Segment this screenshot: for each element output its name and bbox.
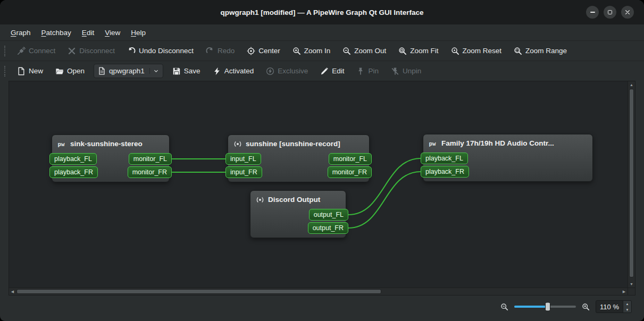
zoom-reset-button[interactable]: Zoom Reset [446,44,507,58]
graph-view-frame: pwsink-sunshine-stereoplayback_FLmonitor… [9,81,635,295]
zoom-in-button[interactable]: Zoom In [288,44,336,58]
spin-up-button[interactable]: ▲ [623,301,631,307]
zoom-fit-button[interactable]: Zoom Fit [394,44,443,58]
node-sunshine[interactable]: sunshine [sunshine-record]input_FLmonito… [228,134,370,182]
scroll-right-button[interactable]: ▶ [621,288,628,295]
zoom-slider-handle[interactable] [545,302,550,311]
app-window: qpwgraph1 [modified] — A PipeWire Graph … [0,0,644,321]
spin-down-button[interactable]: ▼ [623,307,631,312]
port-playback_FL[interactable]: playback_FL [421,153,468,164]
zoom-reset-icon [451,47,459,55]
undo-disconnect-button[interactable]: Undo Disconnect [122,44,198,58]
graph-canvas[interactable]: pwsink-sunshine-stereoplayback_FLmonitor… [9,81,628,288]
port-monitor_FR[interactable]: monitor_FR [128,166,172,178]
pipewire-icon: pw [57,140,66,148]
scroll-up-button[interactable]: ▲ [628,81,635,88]
port-monitor_FR[interactable]: monitor_FR [328,166,372,178]
toolbar-drag-handle[interactable] [4,66,7,77]
record-icon [256,196,264,204]
edit-button[interactable]: Edit [315,64,349,78]
svg-text:pw: pw [58,141,65,148]
scroll-left-icon: ◀ [11,290,14,294]
port-input_FR[interactable]: input_FR [225,166,262,178]
zoom-fit-icon [398,47,407,55]
spin-arrows: ▲ ▼ [623,301,631,312]
open-button[interactable]: Open [51,64,89,78]
port-playback_FL[interactable]: playback_FL [49,153,97,165]
port-output_FL[interactable]: output_FL [309,209,348,221]
close-icon [624,9,631,15]
node-header[interactable]: Discord Output [250,191,346,208]
node-sink-sunshine-stereo[interactable]: pwsink-sunshine-stereoplayback_FLmonitor… [52,134,170,182]
node-title: Discord Output [268,196,320,204]
port-monitor_FL[interactable]: monitor_FL [129,153,172,165]
port-output_FR[interactable]: output_FR [308,222,348,234]
vertical-scrollbar-thumb[interactable] [629,89,634,277]
patchbay-profile-combo[interactable]: qpwgraph1 [94,64,163,78]
disconnect-button: Disconnect [63,44,120,58]
save-icon [172,67,181,75]
zoom-in-icon[interactable] [582,303,590,311]
lightning-circle-icon [266,67,274,75]
vertical-scrollbar[interactable]: ▲ ▼ [628,81,635,288]
horizontal-scrollbar-thumb[interactable] [16,289,381,294]
menu-help[interactable]: Help [126,27,151,39]
zoom-spinbox[interactable]: 110 % ▲ ▼ [596,300,632,313]
activated-button[interactable]: Activated [208,64,259,78]
zoom-out-button[interactable]: Zoom Out [338,44,391,58]
activated-label: Activated [224,67,254,75]
pin-button: Pin [352,64,383,78]
close-button[interactable] [621,6,634,19]
undo-disconnect-label: Undo Disconnect [139,47,194,55]
port-playback_FR[interactable]: playback_FR [421,166,469,178]
window-controls [586,6,634,19]
patchbay-profile-value: qpwgraph1 [109,67,145,75]
pipewire-icon: pw [429,139,438,147]
svg-text:pw: pw [429,140,436,147]
connect-button: Connect [12,44,60,58]
menu-view[interactable]: View [99,27,126,39]
zoom-slider-fill [514,306,548,308]
pin-label: Pin [368,67,379,75]
node-header[interactable]: sunshine [sunshine-record] [228,135,369,153]
port-playback_FR[interactable]: playback_FR [49,166,98,178]
node-discord-output[interactable]: Discord Outputoutput_FLoutput_FR [250,190,346,238]
open-folder-icon [55,67,64,75]
node-title: sink-sunshine-stereo [70,140,143,148]
pencil-icon [320,67,329,75]
patchbay-file-icon [98,67,106,75]
minimize-button[interactable] [586,6,599,19]
zoom-in-label: Zoom In [304,47,331,55]
scroll-left-button[interactable]: ◀ [9,288,16,295]
zoom-in-icon [292,47,301,55]
statusbar: 110 % ▲ ▼ [0,295,644,321]
scroll-down-button[interactable]: ▼ [628,281,635,288]
horizontal-scrollbar[interactable]: ◀ ▶ [9,288,628,295]
new-file-icon [17,67,26,75]
menu-graph[interactable]: Graph [5,27,36,39]
port-input_FL[interactable]: input_FL [225,153,261,165]
menu-edit[interactable]: Edit [77,27,99,39]
maximize-button[interactable] [604,6,616,19]
node-header[interactable]: pwsink-sunshine-stereo [52,135,169,153]
node-header[interactable]: pwFamily 17h/19h HD Audio Contr... [423,134,592,152]
node-family-hd-audio[interactable]: pwFamily 17h/19h HD Audio Contr...playba… [423,134,593,182]
lightning-icon [213,67,221,75]
zoom-slider[interactable] [514,302,576,311]
toolbar-drag-handle[interactable] [4,46,7,56]
node-title: Family 17h/19h HD Audio Contr... [441,139,554,147]
disconnect-icon [68,47,76,55]
unpin-button: Unpin [386,64,426,78]
zoom-out-icon[interactable] [500,303,508,311]
center-button[interactable]: Center [242,44,285,58]
redo-button: Redo [201,44,239,58]
scrollbar-corner [628,288,635,295]
titlebar[interactable]: qpwgraph1 [modified] — A PipeWire Graph … [0,0,644,24]
port-monitor_FL[interactable]: monitor_FL [329,153,372,165]
menu-patchbay[interactable]: Patchbay [36,27,77,39]
connections-layer [9,81,628,288]
zoom-range-button[interactable]: Zoom Range [509,44,572,58]
new-button[interactable]: New [12,64,48,78]
save-button[interactable]: Save [168,64,205,78]
exclusive-button: Exclusive [261,64,313,78]
